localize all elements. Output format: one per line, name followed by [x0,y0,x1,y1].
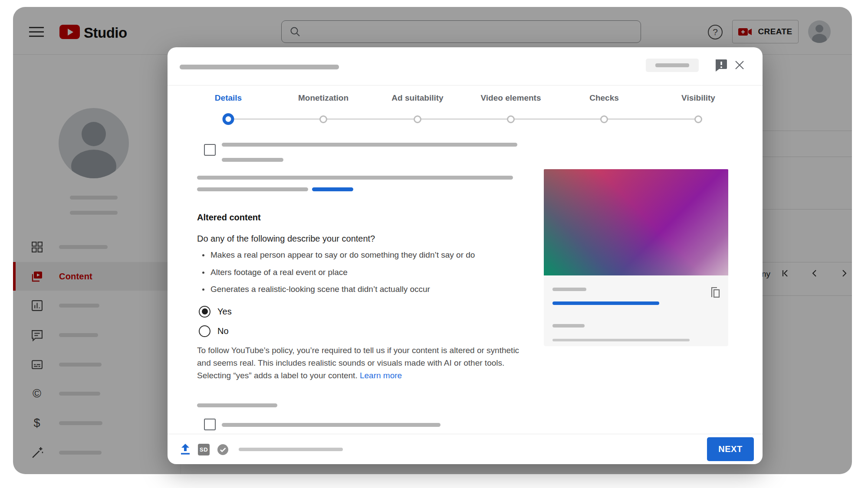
bullet-item: Generates a realistic-looking scene that… [202,285,430,294]
tab-visibility[interactable]: Visibility [681,93,715,103]
upload-status-placeholder [239,448,343,451]
send-feedback-icon[interactable] [714,58,728,72]
step-dot-ad-suitability[interactable] [414,115,421,123]
radio-option-yes[interactable]: Yes [199,305,232,318]
section-heading: Altered content [197,213,261,223]
video-title-placeholder [180,65,339,69]
bullet-item: Makes a real person appear to say or do … [202,250,475,260]
radio-unselected-icon[interactable] [199,325,210,337]
learn-more-link[interactable]: Learn more [360,371,402,380]
tab-checks[interactable]: Checks [589,93,619,103]
step-dot-details[interactable] [223,113,234,125]
next-button[interactable]: NEXT [707,437,754,461]
inline-link-placeholder[interactable] [312,187,353,191]
description-placeholder [197,187,308,191]
video-thumbnail [544,169,728,275]
radio-option-no[interactable]: No [199,325,229,337]
video-info-panel [544,275,728,346]
filename-label-placeholder [552,324,585,328]
status-text-placeholder [655,63,689,67]
bullet-dot-icon [202,272,204,274]
close-icon[interactable] [733,59,746,72]
option-checkbox[interactable] [204,144,216,156]
section-label-placeholder [197,403,277,407]
step-dot-video-elements[interactable] [507,115,515,123]
dialog-header [168,47,763,85]
section-question: Do any of the following describe your co… [197,234,375,244]
stepper-track [228,118,698,120]
radio-selected-icon[interactable] [199,306,210,318]
upload-progress-icon [180,443,191,456]
copy-icon[interactable] [709,286,721,300]
description-placeholder [197,176,513,180]
policy-text: To follow YouTube’s policy, you’re requi… [197,344,531,382]
tab-ad-suitability[interactable]: Ad suitability [391,93,443,103]
checks-done-icon [217,444,229,455]
step-dot-monetization[interactable] [319,115,327,123]
video-link-label-placeholder [552,288,586,291]
bullet-dot-icon [202,288,204,291]
step-dot-checks[interactable] [600,115,608,123]
saved-status-button[interactable] [646,59,699,72]
option-label-placeholder [222,143,517,147]
upload-dialog: Details Monetization Ad suitability Vide… [168,47,763,464]
bullet-item: Alters footage of a real event or place [202,268,348,277]
tab-details[interactable]: Details [215,93,242,103]
tab-video-elements[interactable]: Video elements [480,93,541,103]
video-link-placeholder[interactable] [552,301,659,305]
sd-quality-badge: SD [198,444,210,455]
option-label-placeholder [222,423,441,427]
tab-monetization[interactable]: Monetization [298,93,349,103]
option-checkbox[interactable] [204,419,216,430]
step-dot-visibility[interactable] [694,115,702,123]
bullet-dot-icon [202,254,204,256]
option-sublabel-placeholder [222,158,283,162]
filename-placeholder [552,339,690,341]
dialog-footer: SD NEXT [168,434,763,464]
